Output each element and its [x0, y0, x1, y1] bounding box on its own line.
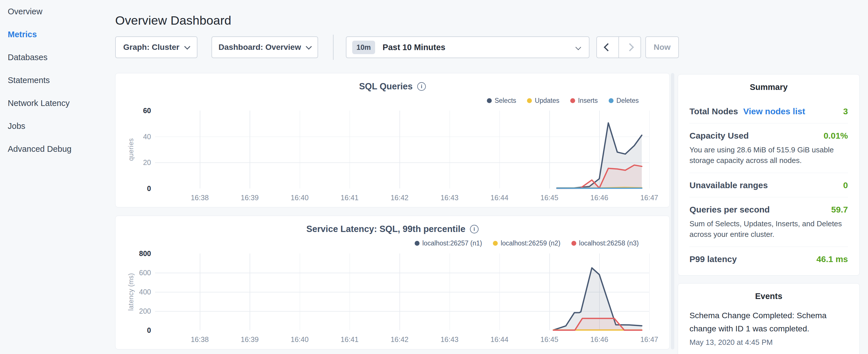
summary-stats: Total NodesView nodes list3Capacity Used…: [689, 99, 848, 271]
event-timestamp: May 13, 2020 at 4:45 PM: [689, 338, 848, 347]
time-pager: [596, 36, 641, 58]
chart-title-row: SQL Queries i: [116, 81, 670, 92]
chart-canvas: [155, 254, 654, 330]
chart-legend: localhost:26257 (n1)localhost:26259 (n2)…: [415, 239, 639, 247]
stat-value: 0.01%: [824, 131, 848, 141]
legend-item[interactable]: Deletes: [609, 97, 639, 104]
x-tick-label: 16:41: [330, 335, 370, 344]
graph-dropdown-label: Graph: Cluster: [123, 43, 179, 52]
x-tick-label: 16:47: [629, 335, 670, 344]
legend-label: localhost:26259 (n2): [501, 239, 560, 247]
plot-area[interactable]: 16:3816:3916:4016:4116:4216:4316:4416:45…: [155, 110, 654, 189]
legend-dot-icon: [415, 241, 420, 246]
sql-queries-chart-card: SQL Queries i SelectsUpdatesInsertsDelet…: [115, 73, 670, 207]
x-tick-label: 16:46: [579, 194, 619, 202]
stat-value: 46.1 ms: [816, 254, 848, 264]
x-tick-label: 16:40: [280, 335, 320, 344]
chevron-down-icon: [184, 43, 190, 50]
summary-panel: Summary Total NodesView nodes list3Capac…: [678, 74, 860, 276]
legend-item[interactable]: localhost:26259 (n2): [493, 239, 560, 247]
legend-label: localhost:26257 (n1): [423, 239, 482, 247]
legend-dot-icon: [609, 98, 614, 103]
page-title: Overview Dashboard: [115, 13, 231, 28]
info-icon[interactable]: i: [470, 225, 478, 233]
stat-value: 59.7: [831, 205, 848, 215]
sidebar-item-overview[interactable]: Overview: [8, 0, 111, 23]
y-tick-label: 60: [115, 106, 151, 115]
legend-label: Selects: [495, 97, 516, 104]
event-message: Schema Change Completed: Schema change w…: [689, 309, 834, 335]
info-icon[interactable]: i: [417, 82, 426, 91]
sidebar-item-network-latency[interactable]: Network Latency: [8, 92, 111, 115]
x-tick-label: 16:42: [379, 335, 420, 344]
legend-dot-icon: [527, 98, 532, 103]
chart-title: SQL Queries: [359, 81, 413, 92]
x-tick-label: 16:40: [280, 194, 320, 202]
legend-dot-icon: [493, 241, 498, 246]
stat-value: 3: [843, 106, 848, 116]
chart-title-row: Service Latency: SQL, 99th percentile i: [116, 224, 670, 234]
stat-label: Capacity Used: [689, 131, 749, 141]
stat-description: You are using 28.6 MiB of 515.9 GiB usab…: [689, 144, 846, 166]
time-forward-button[interactable]: [618, 37, 641, 58]
summary-title: Summary: [678, 83, 859, 92]
plot-area[interactable]: 16:3816:3916:4016:4116:4216:4316:4416:45…: [155, 254, 654, 330]
x-tick-label: 16:45: [529, 194, 569, 202]
stat-label: Queries per second: [689, 205, 770, 215]
stat-link[interactable]: View nodes list: [743, 106, 805, 116]
chevron-left-icon: [603, 43, 612, 51]
x-tick-label: 16:42: [379, 194, 420, 202]
summary-stat-row: Total NodesView nodes list3: [689, 99, 848, 123]
y-axis-label: latency (ms): [127, 273, 135, 311]
dashboard-dropdown-label: Dashboard: Overview: [219, 43, 301, 52]
chart-title: Service Latency: SQL, 99th percentile: [306, 224, 465, 234]
summary-stat-row: Capacity Used0.01%You are using 28.6 MiB…: [689, 123, 848, 173]
events-list: Schema Change Completed: Schema change w…: [689, 309, 848, 347]
dashboard-dropdown[interactable]: Dashboard: Overview: [212, 36, 318, 58]
legend-label: Updates: [535, 97, 559, 104]
legend-item[interactable]: Selects: [487, 97, 516, 104]
stat-value: 0: [843, 181, 848, 190]
now-button[interactable]: Now: [645, 36, 679, 58]
y-tick-label: 0: [115, 184, 151, 193]
legend-dot-icon: [571, 241, 576, 246]
x-tick-label: 16:44: [479, 335, 520, 344]
stat-label: Total Nodes: [689, 106, 738, 116]
sidebar-item-advanced-debug[interactable]: Advanced Debug: [8, 137, 111, 160]
x-tick-label: 16:38: [180, 194, 220, 202]
charts-scrollbar[interactable]: [671, 73, 674, 349]
legend-item[interactable]: localhost:26257 (n1): [415, 239, 482, 247]
y-tick-label: 800: [115, 249, 151, 258]
sidebar-item-jobs[interactable]: Jobs: [8, 115, 111, 137]
x-tick-label: 16:38: [180, 335, 220, 344]
events-title: Events: [678, 292, 859, 301]
legend-item[interactable]: Updates: [527, 97, 559, 104]
graph-dropdown[interactable]: Graph: Cluster: [115, 36, 197, 58]
time-window-label: Past 10 Minutes: [382, 43, 576, 52]
time-range-dropdown[interactable]: 10m Past 10 Minutes: [346, 36, 589, 58]
x-tick-label: 16:41: [330, 194, 370, 202]
x-tick-label: 16:45: [529, 335, 569, 344]
chevron-down-icon: [576, 44, 581, 50]
controls-divider: [333, 35, 334, 60]
legend-item[interactable]: Inserts: [570, 97, 598, 104]
legend-item[interactable]: localhost:26258 (n3): [571, 239, 639, 247]
x-tick-label: 16:46: [579, 335, 619, 344]
chevron-right-icon: [626, 43, 633, 51]
summary-stat-row: Queries per second59.7Sum of Selects, Up…: [689, 197, 848, 247]
x-tick-label: 16:39: [229, 194, 270, 202]
service-latency-chart-card: Service Latency: SQL, 99th percentile i …: [115, 216, 670, 349]
x-tick-label: 16:43: [430, 194, 470, 202]
legend-label: localhost:26258 (n3): [579, 239, 639, 247]
y-tick-label: 0: [115, 326, 151, 334]
legend-dot-icon: [570, 98, 575, 103]
x-tick-label: 16:44: [479, 194, 520, 202]
chart-canvas: [155, 110, 654, 189]
chevron-down-icon: [306, 43, 312, 50]
time-back-button[interactable]: [597, 37, 618, 58]
x-tick-label: 16:39: [229, 335, 270, 344]
sidebar-item-statements[interactable]: Statements: [8, 69, 111, 92]
event-item[interactable]: Schema Change Completed: Schema change w…: [689, 309, 848, 347]
stat-description: Sum of Selects, Updates, Inserts, and De…: [689, 219, 846, 240]
summary-stat-row: P99 latency46.1 ms: [689, 247, 848, 271]
